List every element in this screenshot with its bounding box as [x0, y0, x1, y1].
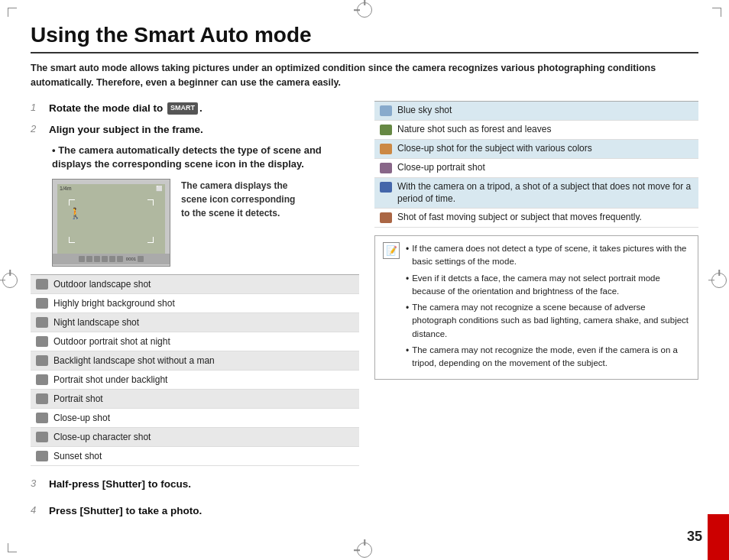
camera-caption: The camera displays the scene icon corre… — [181, 179, 303, 220]
note-item-2: •The camera may not recognize a scene be… — [406, 301, 690, 341]
svg-rect-2 — [36, 317, 48, 328]
intro-text: The smart auto mode allows taking pictur… — [31, 61, 698, 90]
toolbar-icon-1 — [79, 256, 85, 262]
left-scene-icon-5 — [34, 373, 50, 387]
left-scene-label-8: Close-up character shot — [53, 432, 151, 442]
svg-rect-10 — [380, 105, 392, 116]
toolbar-icon-2 — [86, 256, 92, 262]
toolbar-icon-7 — [138, 256, 144, 262]
scene-table-right: Blue sky shotNature shot such as forest … — [374, 101, 698, 228]
right-scene-icon-3 — [377, 161, 394, 175]
note-item-3: •The camera may not recognize the mode, … — [406, 344, 690, 371]
scene-table-left: Outdoor landscape shotHighly bright back… — [31, 274, 359, 466]
left-scene-label-9: Sunset shot — [53, 451, 102, 461]
right-scene-row-1: Nature shot such as forest and leaves — [374, 121, 698, 140]
svg-rect-14 — [380, 182, 392, 193]
left-scene-row-2: Night landscape shot — [31, 313, 359, 332]
svg-rect-1 — [36, 298, 48, 309]
person-icon: 🚶 — [69, 207, 82, 219]
svg-rect-12 — [380, 144, 392, 154]
left-scene-icon-0 — [34, 277, 50, 291]
page-number-bar — [708, 514, 729, 560]
toolbar-icon-6 — [117, 256, 123, 262]
left-scene-icon-6 — [34, 392, 50, 406]
right-scene-row-0: Blue sky shot — [374, 102, 698, 121]
note-text-0: If the camera does not detect a type of … — [412, 242, 690, 269]
note-bullet-2: • — [406, 301, 409, 341]
note-text-1: Even if it detcts a face, the camera may… — [412, 272, 690, 299]
right-column: Blue sky shotNature shot such as forest … — [374, 101, 698, 525]
step-4: 4 Press [Shutter] to take a photo. — [31, 503, 359, 519]
left-scene-icon-2 — [34, 316, 50, 329]
note-bullet-3: • — [406, 344, 409, 371]
screen-corner-tr — [147, 199, 154, 206]
left-scene-label-3: Outdoor portrait shot at night — [53, 336, 170, 347]
page-number: 35 — [687, 529, 702, 545]
left-scene-row-8: Close-up character shot — [31, 428, 359, 447]
left-scene-icon-1 — [34, 296, 50, 310]
note-bullet-0: • — [406, 242, 409, 269]
left-scene-icon-4 — [34, 354, 50, 367]
svg-rect-9 — [36, 451, 48, 461]
step-4-number: 4 — [31, 504, 43, 516]
left-scene-label-5: Portrait shot under backlight — [53, 374, 167, 385]
step-3-number: 3 — [31, 477, 43, 489]
smart-icon: SMART — [167, 102, 198, 115]
svg-rect-4 — [36, 355, 48, 366]
left-scene-row-6: Portrait shot — [31, 390, 359, 409]
screen-bottom-toolbar: 0001 — [53, 254, 170, 264]
step-1: 1 Rotate the mode dial to SMART. — [31, 101, 359, 116]
left-column: 1 Rotate the mode dial to SMART. 2 Align… — [31, 101, 359, 525]
steps-bottom: 3 Half-press [Shutter] to focus. 4 Press… — [31, 477, 359, 525]
screen-corner-br — [147, 237, 154, 243]
screen-inner: 1/4m ⬜ 🚶 — [57, 184, 165, 258]
screen-corner-tl — [69, 199, 75, 206]
right-scene-icon-4 — [377, 180, 394, 194]
step-1-text: Rotate the mode dial to SMART. — [49, 101, 202, 116]
svg-rect-11 — [380, 125, 392, 135]
right-scene-label-4: With the camera on a tripod, a shot of a… — [397, 180, 695, 206]
left-scene-label-6: Portrait shot — [53, 393, 103, 404]
left-scene-row-4: Backlight landscape shot without a man — [31, 351, 359, 371]
screen-top-left: 1/4m — [60, 186, 72, 192]
left-scene-icon-8 — [34, 430, 50, 444]
right-scene-label-3: Close-up portrait shot — [397, 161, 485, 174]
two-column-layout: 1 Rotate the mode dial to SMART. 2 Align… — [31, 101, 698, 525]
svg-rect-7 — [36, 413, 48, 423]
right-scene-row-5: Shot of fast moving subject or subject t… — [374, 209, 698, 228]
right-scene-label-5: Shot of fast moving subject or subject t… — [397, 211, 642, 224]
step-3-text: Half-press [Shutter] to focus. — [49, 477, 191, 492]
right-scene-icon-1 — [377, 123, 394, 137]
left-scene-row-3: Outdoor portrait shot at night — [31, 332, 359, 351]
step-2: 2 Align your subject in the frame. — [31, 122, 359, 138]
note-text-2: The camera may not recognize a scene bec… — [412, 301, 690, 341]
step-3: 3 Half-press [Shutter] to focus. — [31, 477, 359, 492]
notes-box: 📝 •If the camera does not detect a type … — [374, 235, 698, 380]
right-scene-icon-0 — [377, 104, 394, 118]
right-scene-label-1: Nature shot such as forest and leaves — [397, 123, 551, 136]
note-item-1: •Even if it detcts a face, the camera ma… — [406, 272, 690, 299]
toolbar-timer: 0001 — [126, 257, 136, 261]
step-1-number: 1 — [31, 102, 43, 113]
right-scene-row-4: With the camera on a tripod, a shot of a… — [374, 178, 698, 209]
toolbar-icon-5 — [109, 256, 115, 262]
note-bullet-1: • — [406, 272, 409, 299]
step-2-text: Align your subject in the frame. — [49, 122, 203, 138]
left-scene-label-2: Night landscape shot — [53, 317, 139, 328]
left-scene-label-4: Backlight landscape shot without a man — [53, 355, 215, 366]
bullet-item-1: • The camera automatically detects the t… — [52, 144, 359, 171]
right-scene-row-2: Close-up shot for the subject with vario… — [374, 140, 698, 159]
note-item-0: •If the camera does not detect a type of… — [406, 242, 690, 269]
toolbar-icon-4 — [102, 256, 108, 262]
note-icon-box: 📝 — [383, 242, 400, 259]
right-scene-icon-5 — [377, 211, 394, 225]
toolbar-icon-3 — [94, 256, 100, 262]
left-scene-row-7: Close-up shot — [31, 409, 359, 428]
left-scene-row-5: Portrait shot under backlight — [31, 371, 359, 390]
svg-rect-8 — [36, 432, 48, 442]
svg-rect-6 — [36, 393, 48, 404]
svg-rect-0 — [36, 279, 48, 290]
right-scene-row-3: Close-up portrait shot — [374, 159, 698, 178]
svg-rect-5 — [36, 374, 48, 385]
step-4-text: Press [Shutter] to take a photo. — [49, 503, 202, 519]
